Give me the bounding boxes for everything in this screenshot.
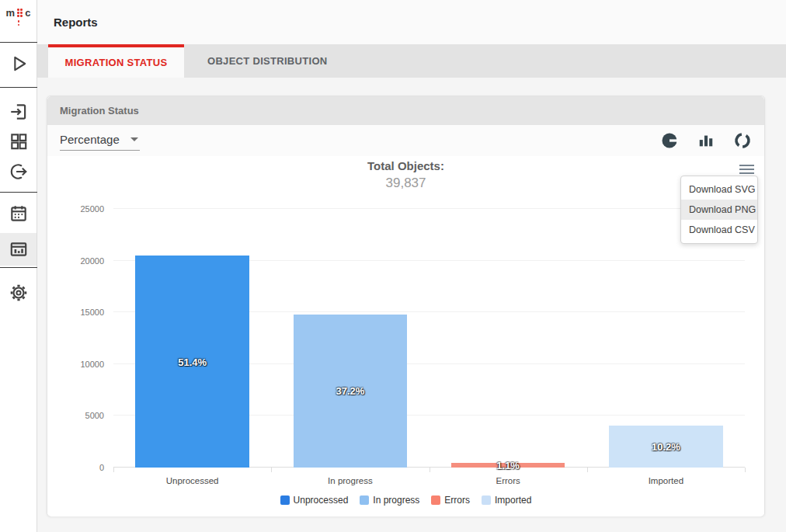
chart-toolbar: Percentage	[47, 125, 764, 156]
chart-type-switcher	[660, 131, 752, 150]
tab-label: OBJECT DISTRIBUTION	[207, 55, 327, 67]
legend-item-errors[interactable]: Errors	[431, 495, 470, 506]
bar-slot: 10.2%	[587, 209, 745, 468]
sidebar-item-scheduler[interactable]	[0, 199, 37, 228]
sidebar: m c	[0, 0, 37, 532]
x-axis-tick	[113, 468, 114, 472]
y-axis-tick-label: 10000	[80, 360, 104, 369]
bar-value-label: 51.4%	[178, 356, 207, 367]
legend-label: Errors	[444, 495, 470, 506]
x-axis-label-imported: Imported	[587, 476, 745, 485]
tab-bar: MIGRATION STATUS OBJECT DISTRIBUTION	[37, 44, 786, 78]
play-icon	[8, 53, 30, 75]
bar-in-progress[interactable]: 37.2%	[294, 315, 407, 468]
x-axis-label-unprocessed: Unprocessed	[113, 476, 271, 485]
bar-slot: 51.4%	[113, 209, 271, 468]
bar-chart-icon[interactable]	[697, 131, 715, 150]
sidebar-divider	[0, 42, 37, 43]
app-logo[interactable]: m c	[0, 7, 37, 40]
menu-item-download-csv[interactable]: Download CSV	[681, 220, 757, 240]
donut-chart-icon[interactable]	[733, 131, 752, 150]
legend-item-unprocessed[interactable]: Unprocessed	[280, 495, 349, 506]
sidebar-item-export[interactable]	[0, 157, 37, 186]
tab-label: MIGRATION STATUS	[65, 57, 168, 68]
download-menu: Download SVG Download PNG Download CSV	[680, 176, 758, 244]
chart-menu-icon[interactable]	[739, 162, 756, 176]
chevron-down-icon	[130, 137, 138, 141]
migration-status-panel: Migration Status Percentage	[47, 96, 765, 516]
bar-imported[interactable]: 10.2%	[609, 426, 722, 468]
legend-swatch	[482, 495, 491, 505]
bar-slot: 37.2%	[271, 209, 429, 468]
bar-chart-plot: 050001000015000200002500051.4%37.2%1.1%1…	[113, 209, 745, 468]
sidebar-divider	[0, 267, 37, 268]
panel-title: Migration Status	[60, 105, 139, 116]
chart-title: Total Objects:	[47, 159, 764, 172]
bar-value-label: 10.2%	[652, 440, 680, 452]
menu-item-download-svg[interactable]: Download SVG	[681, 179, 757, 200]
legend-item-in-progress[interactable]: In progress	[360, 495, 419, 506]
chart-region: Total Objects: 39,837 Download SVG Downl…	[47, 156, 764, 516]
chart-title-block: Total Objects: 39,837	[47, 159, 764, 191]
legend-label: Unprocessed	[294, 495, 349, 506]
bar-slot: 1.1%	[430, 209, 587, 468]
sidebar-item-settings[interactable]	[0, 278, 37, 308]
y-axis-tick-label: 15000	[80, 308, 104, 317]
legend-label: In progress	[373, 495, 419, 506]
sidebar-item-import[interactable]	[0, 97, 37, 127]
reports-icon	[9, 239, 29, 259]
legend-swatch	[280, 495, 290, 505]
x-axis-tick	[271, 468, 272, 472]
logo-tail-dots	[18, 20, 20, 26]
bar-unprocessed[interactable]: 51.4%	[135, 256, 249, 468]
legend-swatch	[360, 495, 369, 505]
bar-errors[interactable]: 1.1%	[451, 463, 565, 468]
pie-chart-icon[interactable]	[660, 131, 679, 150]
settings-icon	[9, 283, 29, 303]
logo-letter-c: c	[25, 7, 30, 19]
y-axis-tick-label: 0	[99, 463, 104, 472]
y-axis-tick-label: 20000	[80, 256, 104, 266]
x-axis-labels: UnprocessedIn progressErrorsImported	[113, 476, 745, 485]
sidebar-divider	[0, 87, 37, 88]
app-window: m c	[0, 0, 786, 532]
sidebar-item-run[interactable]	[0, 49, 37, 78]
logo-letter-m: m	[6, 7, 16, 19]
x-axis-tick	[587, 468, 588, 472]
legend-swatch	[431, 495, 440, 505]
logo-row: m c	[6, 7, 31, 19]
calendar-icon	[9, 203, 29, 224]
x-axis-label-errors: Errors	[430, 476, 587, 485]
panel-header: Migration Status	[47, 96, 764, 125]
content-area: Migration Status Percentage	[37, 78, 786, 532]
page-title: Reports	[54, 16, 98, 29]
value-mode-select[interactable]: Percentage	[60, 131, 140, 151]
x-axis-label-in-progress: In progress	[271, 476, 429, 485]
sidebar-divider	[0, 192, 37, 193]
chart-legend: UnprocessedIn progressErrorsImported	[47, 495, 764, 506]
sidebar-item-reports[interactable]	[0, 233, 37, 266]
value-mode-selected: Percentage	[60, 133, 120, 146]
page-header: Reports	[37, 0, 786, 44]
tab-migration-status[interactable]: MIGRATION STATUS	[48, 44, 184, 78]
bar-value-label: 37.2%	[336, 385, 364, 397]
sidebar-item-dashboard[interactable]	[0, 127, 37, 156]
sign-out-icon	[9, 162, 29, 182]
tab-object-distribution[interactable]: OBJECT DISTRIBUTION	[184, 44, 350, 78]
grid-icon	[9, 131, 29, 151]
y-axis-tick-label: 5000	[85, 411, 104, 420]
bar-value-label: 1.1%	[496, 460, 520, 471]
x-axis-tick	[745, 468, 746, 472]
legend-item-imported[interactable]: Imported	[482, 495, 531, 506]
chart-total-value: 39,837	[47, 176, 764, 191]
logo-dots	[17, 9, 23, 17]
x-axis-tick	[430, 468, 430, 472]
y-axis-tick-label: 25000	[80, 204, 104, 214]
menu-item-download-png[interactable]: Download PNG	[681, 200, 757, 220]
sign-in-icon	[9, 102, 29, 122]
legend-label: Imported	[495, 495, 531, 506]
